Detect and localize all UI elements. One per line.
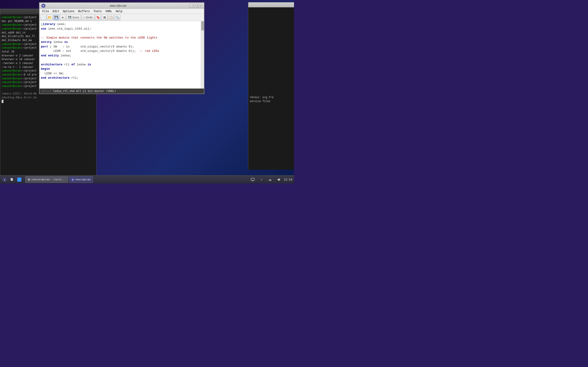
- emacs-editor[interactable]: |library ieee; use ieee.std_logic_1164.a…: [40, 21, 204, 89]
- files-icon: [10, 177, 14, 182]
- right-terminal-partial: rdress: org.fre service files: [248, 2, 294, 170]
- save-label: Save: [72, 16, 79, 19]
- menu-buffers[interactable]: Buffers: [76, 9, 92, 14]
- taskbar-network-icon[interactable]: [267, 176, 273, 183]
- editor-code[interactable]: |library ieee; use ieee.std_logic_1164.a…: [40, 21, 201, 81]
- svg-marker-7: [278, 178, 279, 181]
- terminal-line: edesktop.DBus.Error.Se: [2, 96, 95, 100]
- scrollbar-thumb[interactable]: [201, 21, 204, 31]
- toolbar-bookmark-button[interactable]: 🔖: [95, 15, 101, 20]
- right-terminal-titlebar: [248, 2, 294, 7]
- taskbar-start-icon[interactable]: ❖: [1, 176, 8, 183]
- taskbar-files-icon[interactable]: [9, 176, 15, 183]
- emacs-menubar: File Edit Options Buffers Tools VHDL Hel…: [40, 9, 204, 14]
- toolbar-close-button[interactable]: ✕: [60, 15, 66, 20]
- modeline-text: -:---- ledsw_rtl.vhd All L1 Git-master (…: [41, 90, 116, 93]
- taskbar-emacs-button[interactable]: e emacs@vcae: [69, 176, 93, 183]
- emacs-modeline: -:---- ledsw_rtl.vhd All L1 Git-master (…: [40, 89, 204, 94]
- taskbar-apps: 🖥 caeuser@vcae: ~/proj... e emacs@vcae: [24, 176, 247, 183]
- minimize-button[interactable]: −: [189, 4, 193, 8]
- taskbar-sound-icon[interactable]: [276, 176, 282, 183]
- toolbar-search-button[interactable]: 🔍: [114, 15, 120, 20]
- right-line-1: rdress: org.fre: [250, 95, 293, 99]
- taskbar-right: ⚡ 11:14: [247, 176, 294, 183]
- taskbar-bluetooth-icon[interactable]: ⚡: [258, 176, 265, 183]
- editor-scroll-area: |library ieee; use ieee.std_logic_1164.a…: [40, 21, 201, 89]
- taskbar: ❖ 🌐 🖥 caeuser@vcae: ~/proj... e emacs@vc…: [0, 175, 294, 184]
- desktop: 🖩 Tra 🖥 LXT LXTerminal caeuser@vcae:~/pr…: [0, 0, 294, 184]
- taskbar-terminal-label: caeuser@vcae: ~/proj...: [31, 178, 66, 181]
- toolbar-open-button[interactable]: 📂: [47, 15, 53, 20]
- svg-point-6: [270, 180, 270, 181]
- emacs-titlebar: e emacs@vcae − + ×: [40, 3, 204, 9]
- svg-rect-4: [251, 178, 254, 181]
- emacs-window-controls: − + ×: [189, 4, 202, 8]
- editor-scrollbar[interactable]: [201, 21, 204, 89]
- right-line-2: service files: [250, 99, 293, 103]
- maximize-button[interactable]: +: [194, 4, 198, 8]
- toolbar-paste-button[interactable]: 📋: [108, 15, 114, 20]
- display-icon: [251, 178, 254, 181]
- svg-rect-3: [11, 178, 13, 181]
- svg-rect-5: [252, 181, 253, 181]
- taskbar-left: ❖ 🌐: [0, 176, 24, 183]
- menu-vhdl[interactable]: VHDL: [104, 9, 114, 14]
- undo-label: Undo: [86, 16, 93, 19]
- emacs-logo-icon: e: [41, 4, 45, 8]
- menu-help[interactable]: Help: [114, 9, 124, 14]
- taskbar-browser-icon[interactable]: 🌐: [16, 176, 23, 183]
- emacs-window: e emacs@vcae − + × File Edit Options Buf…: [39, 2, 204, 94]
- taskbar-emacs-label: emacs@vcae: [75, 178, 90, 181]
- svg-text:❖: ❖: [4, 178, 5, 181]
- menu-edit[interactable]: Edit: [51, 9, 61, 14]
- menu-options[interactable]: Options: [61, 9, 77, 14]
- emacs-toolbar: 📄 📂 💾 ✕ 💾 Save ↩ Undo 🔖 ⧉ 📋 🔍: [40, 14, 204, 21]
- taskbar-display-icon[interactable]: [250, 176, 256, 183]
- network-icon: [268, 178, 272, 181]
- close-button[interactable]: ×: [199, 4, 202, 8]
- toolbar-savefile-button[interactable]: 💾: [53, 15, 59, 20]
- taskbar-terminal-button[interactable]: 🖥 caeuser@vcae: ~/proj...: [25, 176, 68, 183]
- right-terminal-content: rdress: org.fre service files: [248, 94, 294, 104]
- emacs-window-title: emacs@vcae: [47, 4, 189, 7]
- start-icon: ❖: [2, 177, 7, 182]
- terminal-cursor-line: [2, 100, 95, 103]
- taskbar-clock: 11:14: [284, 178, 292, 181]
- menu-file[interactable]: File: [40, 9, 51, 14]
- sound-icon: [277, 178, 281, 181]
- toolbar-new-button[interactable]: 📄: [40, 15, 46, 20]
- toolbar-undo-button[interactable]: ↩ Undo: [82, 15, 95, 20]
- toolbar-copy-button[interactable]: ⧉: [102, 15, 107, 20]
- menu-tools[interactable]: Tools: [92, 9, 104, 14]
- toolbar-save-button[interactable]: 💾 Save: [66, 15, 81, 20]
